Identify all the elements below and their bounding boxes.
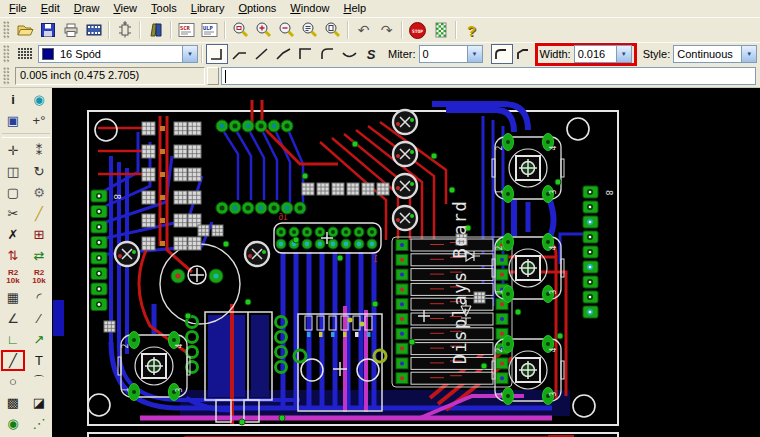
bend-style-straight-button[interactable] [250, 44, 272, 64]
bend-style-s-button[interactable]: S [360, 44, 382, 64]
add-tool[interactable]: ⊞ [27, 224, 51, 245]
miter-round-button[interactable] [491, 44, 513, 64]
open-board-schematic-button[interactable] [113, 20, 136, 41]
drawing-canvas[interactable]: 16 1 8 8 [52, 88, 760, 437]
style-select-value: Continuous [674, 48, 741, 60]
open-button[interactable] [13, 20, 36, 41]
bend-45-end-icon [231, 46, 248, 62]
bend-style-90-start-button[interactable] [294, 44, 316, 64]
toolbar-drag-handle[interactable] [3, 21, 10, 39]
miter-round-icon [493, 46, 510, 62]
bend-style-arc-shallow-button[interactable] [338, 44, 360, 64]
paste-tool[interactable]: ╱ [27, 203, 51, 224]
wire-tool[interactable]: ╱ [1, 350, 25, 371]
via-tool[interactable]: ◉ [1, 413, 25, 434]
grid-button[interactable] [13, 44, 36, 65]
coordinate-display: 0.005 inch (0.475 2.705) [15, 67, 205, 85]
dropdown-arrow-icon[interactable]: ▼ [182, 46, 197, 62]
rect-tool[interactable]: ▩ [1, 392, 25, 413]
stop-button[interactable]: STOP [406, 20, 429, 41]
svg-text:1: 1 [495, 289, 504, 294]
optimize-tool[interactable]: ∕ [27, 308, 51, 329]
group-tool[interactable]: ▢ [1, 182, 25, 203]
redo-button[interactable]: ↷ [375, 20, 398, 41]
ulp-button[interactable]: ULP [198, 20, 221, 41]
menu-window[interactable]: Window [283, 1, 336, 16]
bend-style-arc-button[interactable] [316, 44, 338, 64]
value-tool[interactable]: R2 10k [27, 266, 51, 287]
dropdown-arrow-icon[interactable]: ▼ [467, 46, 482, 62]
text-tool[interactable]: T [27, 350, 51, 371]
bend-style-45-start-button[interactable] [272, 44, 294, 64]
board-title-silkscreen: Displays Board [450, 200, 470, 364]
ripup-tool[interactable]: ↗ [27, 329, 51, 350]
menu-view[interactable]: View [106, 1, 144, 16]
eagle-board-editor-window: FileEditDrawViewToolsLibraryOptionsWindo… [0, 0, 760, 437]
miter-select[interactable]: 0 ▼ [419, 45, 483, 63]
polygon-tool[interactable]: ◪ [27, 392, 51, 413]
zoom-redraw-button[interactable] [321, 20, 344, 41]
menu-file[interactable]: File [2, 1, 34, 16]
print-button[interactable] [59, 20, 82, 41]
width-group-highlight: Width: 0.016 ▼ [535, 43, 637, 66]
zoom-in-button[interactable] [252, 20, 275, 41]
change-tool[interactable]: ⚙ [27, 182, 51, 203]
menu-options[interactable]: Options [231, 1, 283, 16]
signal-tool[interactable]: ⋰ [27, 413, 51, 434]
parameter-toolbar: 16 Spód ▼ S Miter: 0 ▼ [0, 42, 760, 65]
save-button[interactable] [36, 20, 59, 41]
offboard-copper [53, 300, 64, 336]
miter-tool[interactable]: ◜ [27, 287, 51, 308]
menu-draw[interactable]: Draw [67, 1, 107, 16]
dropdown-arrow-icon[interactable]: ▼ [616, 46, 631, 62]
menu-help[interactable]: Help [336, 1, 373, 16]
width-select[interactable]: 0.016 ▼ [574, 45, 632, 63]
gateswap-tool[interactable]: ⇄ [27, 245, 51, 266]
bend-style-90-button[interactable] [206, 44, 228, 64]
help-button[interactable]: ? [460, 20, 483, 41]
menu-library[interactable]: Library [184, 1, 232, 16]
toolbar-drag-handle[interactable] [3, 67, 10, 85]
script-button[interactable]: SCR [175, 20, 198, 41]
info-tool[interactable]: i [1, 89, 25, 110]
miter-select-value: 0 [420, 48, 467, 60]
copy-tool[interactable]: ⁑ [27, 140, 51, 161]
delete-tool[interactable]: ✗ [1, 224, 25, 245]
menu-tools[interactable]: Tools [144, 1, 184, 16]
zoom-out-button[interactable] [275, 20, 298, 41]
zoom-select-button[interactable] [298, 20, 321, 41]
svg-text:ULP: ULP [203, 25, 214, 31]
menu-edit[interactable]: Edit [34, 1, 67, 16]
display-layers-tool[interactable]: ▣ [1, 110, 25, 131]
show-tool[interactable]: ◉ [27, 89, 51, 110]
coordinate-mode-button[interactable] [207, 67, 219, 85]
miter-straight-button[interactable] [513, 44, 535, 64]
cut-tool[interactable]: ✂ [1, 203, 25, 224]
zoom-fit-button[interactable] [229, 20, 252, 41]
pinswap-tool[interactable]: ⇅ [1, 245, 25, 266]
rotate-tool[interactable]: ↻ [27, 161, 51, 182]
undo-button[interactable]: ↶ [352, 20, 375, 41]
name-tool[interactable]: R2 10k [1, 266, 25, 287]
export-image-button[interactable] [82, 20, 105, 41]
command-line[interactable] [221, 67, 756, 85]
split-tool[interactable]: ∠ [1, 308, 25, 329]
mark-tool[interactable]: +° [27, 110, 51, 131]
command-input[interactable] [222, 68, 755, 84]
miter-straight-icon [515, 46, 532, 62]
toolbar-drag-handle[interactable] [3, 45, 10, 63]
route-tool[interactable]: ∟ [1, 329, 25, 350]
svg-text:SCR: SCR [180, 25, 191, 31]
mirror-tool[interactable]: ◫ [1, 161, 25, 182]
smash-tool[interactable]: ▦ [1, 287, 25, 308]
ratsnest-button[interactable] [429, 20, 452, 41]
dropdown-arrow-icon[interactable]: ▼ [741, 46, 756, 62]
library-button[interactable] [144, 20, 167, 41]
bend-style-45-end-button[interactable] [228, 44, 250, 64]
arc-tool[interactable]: ⌒ [27, 371, 51, 392]
style-select[interactable]: Continuous ▼ [673, 45, 757, 63]
circle-tool[interactable]: ○ [1, 371, 25, 392]
move-tool[interactable]: ✛ [1, 140, 25, 161]
bend-straight-icon [253, 46, 270, 62]
layer-select[interactable]: 16 Spód ▼ [38, 45, 198, 63]
